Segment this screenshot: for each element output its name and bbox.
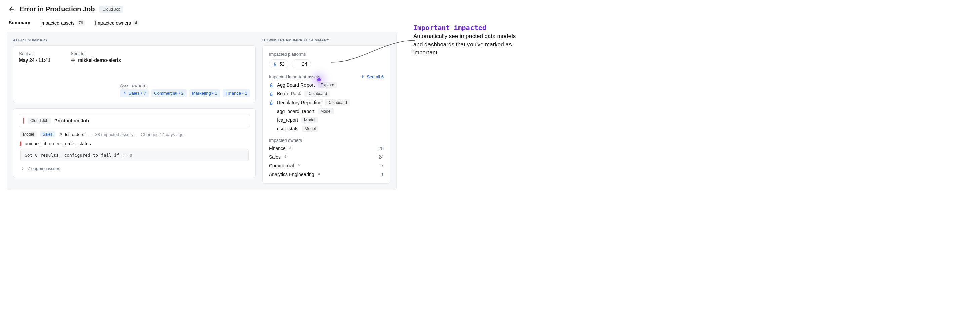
owner-count: 24: [379, 154, 384, 159]
asset-type-chip: Model: [302, 126, 318, 132]
platform-chip[interactable]: 24: [292, 59, 311, 68]
asset-type-chip: Model: [318, 108, 334, 114]
owner-pill[interactable]: Sales • 7: [120, 89, 149, 97]
tab-impacted-owners[interactable]: Impacted owners 4: [95, 16, 139, 29]
platforms-label: Impacted platforms: [269, 52, 384, 57]
asset-type-chip: Dashboard: [325, 99, 350, 105]
sent-to-label: Sent to: [71, 51, 121, 56]
owner-count: 7: [381, 163, 384, 168]
owner-pill[interactable]: Marketing • 2: [189, 89, 220, 97]
error-indicator-icon: [23, 118, 24, 124]
impacted-count: 38 impacted assets: [95, 132, 133, 137]
looker-icon: [269, 83, 274, 88]
job-type-badge: Cloud Job: [99, 6, 123, 13]
asset-name: fca_report: [277, 117, 298, 123]
page-title: Error in Production Job: [19, 5, 95, 13]
asset-item[interactable]: user_stats Model: [269, 126, 384, 132]
asset-name: agg_board_report: [277, 108, 314, 114]
asset-name: Regulatory Reporting: [277, 100, 321, 105]
back-button[interactable]: [9, 6, 15, 13]
asset-owners-tags: Sales • 7Commercial • 2Marketing • 2Fina…: [120, 89, 250, 97]
owner-item[interactable]: Finance 28: [269, 145, 384, 151]
owner-pill[interactable]: Finance • 1: [223, 89, 250, 97]
asset-item[interactable]: Regulatory Reporting Dashboard: [269, 99, 384, 105]
platform-chip[interactable]: 52: [269, 59, 288, 68]
impact-summary-card: Impacted platforms 5224 Impacted importa…: [262, 45, 390, 183]
dbt-icon: [269, 109, 274, 113]
owner-name: Finance: [269, 145, 293, 151]
sent-to-value[interactable]: mikkel-demo-alerts: [71, 57, 121, 63]
owner-item[interactable]: Commercial 7: [269, 163, 384, 168]
impact-summary-heading: DOWNSTREAM IMPACT SUMMARY: [262, 38, 390, 42]
alert-summary-card: Sent at May 24 · 11:41 Sent to mikkel-de…: [13, 45, 256, 103]
asset-item[interactable]: agg_board_report Model: [269, 108, 384, 114]
owner-item[interactable]: Analytics Engineering 1: [269, 172, 384, 177]
ongoing-issues[interactable]: 7 ongoing issues: [19, 166, 250, 172]
owner-count: 1: [381, 172, 384, 177]
owner-name: Commercial: [269, 163, 301, 168]
asset-item[interactable]: fca_report Model: [269, 117, 384, 123]
dbt-icon: [269, 126, 274, 131]
error-indicator-icon: [20, 141, 21, 146]
error-message: Got 8 results, configured to fail if != …: [20, 149, 249, 161]
asset-name: Board Pack: [277, 91, 301, 96]
asset-type-chip: Dashboard: [304, 91, 330, 97]
test-name[interactable]: unique_fct_orders_order_status: [24, 141, 91, 146]
job-type-chip: Cloud Job: [27, 118, 51, 124]
asset-name: user_stats: [277, 126, 299, 131]
owner-item[interactable]: Sales 24: [269, 154, 384, 159]
owner-name: Sales: [269, 154, 287, 159]
job-name: Production Job: [54, 118, 89, 123]
asset-type-chip: Model: [301, 117, 318, 123]
asset-type-chip: Explore: [318, 82, 337, 88]
asset-name: Agg Board Report: [277, 82, 315, 88]
tab-summary[interactable]: Summary: [9, 16, 30, 29]
job-row[interactable]: Cloud Job Production Job: [19, 114, 250, 128]
slack-icon: [71, 58, 75, 62]
impacted-owners-label: Impacted owners: [269, 138, 384, 143]
team-chip[interactable]: Sales: [40, 131, 56, 137]
callout-body: Automatically see impacted data models a…: [414, 32, 521, 57]
model-chip: Model: [20, 131, 37, 137]
alert-summary-heading: ALERT SUMMARY: [13, 38, 256, 42]
changed-ago: Changed 14 days ago: [141, 132, 183, 137]
owner-name: Analytics Engineering: [269, 172, 321, 177]
sent-at-value: May 24 · 11:41: [19, 57, 51, 63]
looker-icon: [269, 100, 274, 105]
sent-at-label: Sent at: [19, 51, 51, 56]
important-assets-label: Impacted important assets: [269, 74, 320, 79]
looker-icon: [269, 91, 274, 96]
see-all-link[interactable]: See all 6: [361, 74, 384, 79]
annotation-callout: Important impacted Automatically see imp…: [414, 3, 521, 57]
asset-name[interactable]: fct_orders: [59, 132, 84, 137]
asset-owners-label: Asset owners: [120, 83, 250, 88]
error-card: Cloud Job Production Job Model Sales fct…: [13, 108, 256, 178]
owner-pill[interactable]: Commercial • 2: [151, 89, 186, 97]
asset-item[interactable]: Agg Board Report Explore: [269, 82, 384, 88]
owner-count: 28: [379, 145, 384, 151]
dbt-icon: [269, 118, 274, 122]
tab-impacted-assets[interactable]: Impacted assets 76: [40, 16, 85, 29]
callout-title: Important impacted: [414, 24, 521, 32]
asset-item[interactable]: Board Pack Dashboard: [269, 91, 384, 97]
